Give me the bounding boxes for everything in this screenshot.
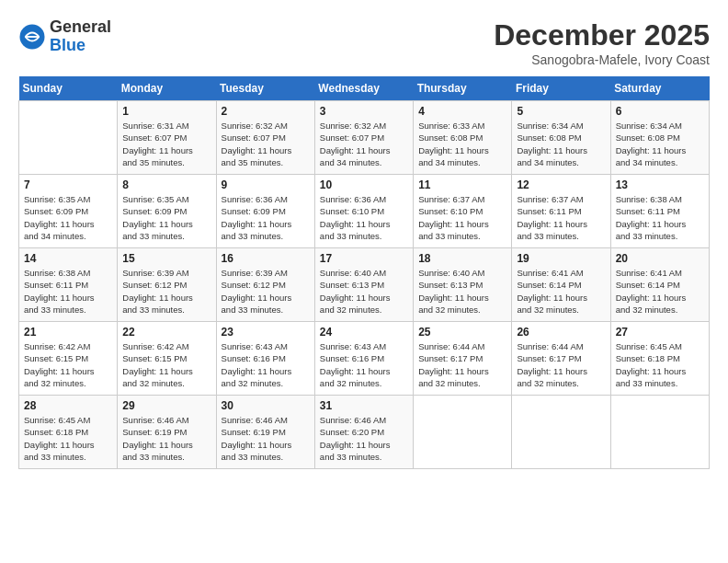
calendar-cell: [610, 396, 709, 469]
day-number: 25: [418, 326, 506, 339]
day-number: 9: [222, 178, 310, 191]
calendar-cell: 31Sunrise: 6:46 AMSunset: 6:20 PMDayligh…: [314, 396, 413, 469]
day-info: Sunrise: 6:38 AMSunset: 6:11 PMDaylight:…: [24, 267, 112, 316]
day-info: Sunrise: 6:46 AMSunset: 6:20 PMDaylight:…: [320, 414, 408, 463]
calendar-cell: 24Sunrise: 6:43 AMSunset: 6:16 PMDayligh…: [314, 322, 413, 396]
calendar-week-row: 21Sunrise: 6:42 AMSunset: 6:15 PMDayligh…: [19, 322, 710, 396]
calendar-cell: 25Sunrise: 6:44 AMSunset: 6:17 PMDayligh…: [414, 322, 512, 396]
calendar-cell: 27Sunrise: 6:45 AMSunset: 6:18 PMDayligh…: [610, 322, 709, 396]
day-number: 16: [222, 252, 310, 265]
day-number: 31: [320, 399, 408, 412]
calendar-cell: 12Sunrise: 6:37 AMSunset: 6:11 PMDayligh…: [512, 175, 610, 248]
day-number: 27: [616, 326, 704, 339]
day-number: 11: [418, 178, 506, 191]
month-title: December 2025: [494, 18, 710, 52]
day-info: Sunrise: 6:43 AMSunset: 6:16 PMDaylight:…: [222, 340, 310, 389]
day-info: Sunrise: 6:31 AMSunset: 6:07 PMDaylight:…: [122, 120, 210, 168]
day-info: Sunrise: 6:45 AMSunset: 6:18 PMDaylight:…: [616, 340, 704, 389]
day-number: 20: [616, 252, 704, 265]
calendar-cell: [414, 396, 512, 469]
header-wednesday: Wednesday: [314, 76, 413, 101]
day-info: Sunrise: 6:34 AMSunset: 6:08 PMDaylight:…: [616, 120, 704, 168]
header-monday: Monday: [118, 76, 216, 101]
calendar-week-row: 28Sunrise: 6:45 AMSunset: 6:18 PMDayligh…: [19, 396, 710, 469]
day-number: 2: [222, 105, 310, 118]
calendar-table: SundayMondayTuesdayWednesdayThursdayFrid…: [18, 76, 710, 469]
calendar-cell: 17Sunrise: 6:40 AMSunset: 6:13 PMDayligh…: [314, 248, 413, 322]
title-block: December 2025 Sanogobra-Mafele, Ivory Co…: [494, 18, 710, 67]
day-number: 28: [24, 399, 112, 412]
day-info: Sunrise: 6:39 AMSunset: 6:12 PMDaylight:…: [122, 267, 210, 316]
page-header: General Blue December 2025 Sanogobra-Maf…: [18, 18, 710, 67]
logo-blue: Blue: [50, 36, 85, 54]
calendar-cell: [19, 101, 118, 175]
calendar-cell: 26Sunrise: 6:44 AMSunset: 6:17 PMDayligh…: [512, 322, 610, 396]
calendar-cell: [512, 396, 610, 469]
calendar-cell: 23Sunrise: 6:43 AMSunset: 6:16 PMDayligh…: [216, 322, 314, 396]
calendar-cell: 6Sunrise: 6:34 AMSunset: 6:08 PMDaylight…: [610, 101, 709, 175]
logo: General Blue: [18, 18, 111, 55]
day-info: Sunrise: 6:46 AMSunset: 6:19 PMDaylight:…: [122, 414, 210, 463]
day-number: 7: [24, 178, 112, 191]
day-info: Sunrise: 6:42 AMSunset: 6:15 PMDaylight:…: [24, 340, 112, 389]
calendar-cell: 28Sunrise: 6:45 AMSunset: 6:18 PMDayligh…: [19, 396, 118, 469]
day-number: 21: [24, 326, 112, 339]
day-info: Sunrise: 6:45 AMSunset: 6:18 PMDaylight:…: [24, 414, 112, 463]
day-number: 1: [122, 105, 210, 118]
header-thursday: Thursday: [414, 76, 512, 101]
day-info: Sunrise: 6:46 AMSunset: 6:19 PMDaylight:…: [222, 414, 310, 463]
calendar-cell: 11Sunrise: 6:37 AMSunset: 6:10 PMDayligh…: [414, 175, 512, 248]
day-info: Sunrise: 6:37 AMSunset: 6:10 PMDaylight:…: [418, 193, 506, 242]
calendar-cell: 8Sunrise: 6:35 AMSunset: 6:09 PMDaylight…: [118, 175, 216, 248]
day-info: Sunrise: 6:40 AMSunset: 6:13 PMDaylight:…: [320, 267, 408, 316]
header-friday: Friday: [512, 76, 610, 101]
logo-text: General Blue: [50, 18, 111, 55]
day-info: Sunrise: 6:36 AMSunset: 6:10 PMDaylight:…: [320, 193, 408, 242]
day-info: Sunrise: 6:32 AMSunset: 6:07 PMDaylight:…: [320, 120, 408, 168]
calendar-cell: 5Sunrise: 6:34 AMSunset: 6:08 PMDaylight…: [512, 101, 610, 175]
calendar-week-row: 1Sunrise: 6:31 AMSunset: 6:07 PMDaylight…: [19, 101, 710, 175]
calendar-cell: 30Sunrise: 6:46 AMSunset: 6:19 PMDayligh…: [216, 396, 314, 469]
day-info: Sunrise: 6:40 AMSunset: 6:13 PMDaylight:…: [418, 267, 506, 316]
calendar-cell: 9Sunrise: 6:36 AMSunset: 6:09 PMDaylight…: [216, 175, 314, 248]
day-info: Sunrise: 6:43 AMSunset: 6:16 PMDaylight:…: [320, 340, 408, 389]
day-number: 6: [616, 105, 704, 118]
day-info: Sunrise: 6:37 AMSunset: 6:11 PMDaylight:…: [517, 193, 605, 242]
calendar-cell: 2Sunrise: 6:32 AMSunset: 6:07 PMDaylight…: [216, 101, 314, 175]
calendar-cell: 13Sunrise: 6:38 AMSunset: 6:11 PMDayligh…: [610, 175, 709, 248]
day-number: 14: [24, 252, 112, 265]
day-info: Sunrise: 6:34 AMSunset: 6:08 PMDaylight:…: [517, 120, 605, 168]
calendar-cell: 16Sunrise: 6:39 AMSunset: 6:12 PMDayligh…: [216, 248, 314, 322]
calendar-cell: 22Sunrise: 6:42 AMSunset: 6:15 PMDayligh…: [118, 322, 216, 396]
day-info: Sunrise: 6:42 AMSunset: 6:15 PMDaylight:…: [122, 340, 210, 389]
calendar-cell: 1Sunrise: 6:31 AMSunset: 6:07 PMDaylight…: [118, 101, 216, 175]
day-number: 15: [122, 252, 210, 265]
day-number: 22: [122, 326, 210, 339]
calendar-cell: 19Sunrise: 6:41 AMSunset: 6:14 PMDayligh…: [512, 248, 610, 322]
day-info: Sunrise: 6:41 AMSunset: 6:14 PMDaylight:…: [517, 267, 605, 316]
day-info: Sunrise: 6:44 AMSunset: 6:17 PMDaylight:…: [517, 340, 605, 389]
day-info: Sunrise: 6:41 AMSunset: 6:14 PMDaylight:…: [616, 267, 704, 316]
calendar-cell: 18Sunrise: 6:40 AMSunset: 6:13 PMDayligh…: [414, 248, 512, 322]
day-number: 5: [517, 105, 605, 118]
day-number: 13: [616, 178, 704, 191]
calendar-cell: 20Sunrise: 6:41 AMSunset: 6:14 PMDayligh…: [610, 248, 709, 322]
header-saturday: Saturday: [610, 76, 709, 101]
day-number: 10: [320, 178, 408, 191]
location: Sanogobra-Mafele, Ivory Coast: [494, 52, 710, 67]
header-sunday: Sunday: [19, 76, 118, 101]
day-number: 4: [418, 105, 506, 118]
logo-icon: [18, 23, 46, 51]
calendar-cell: 3Sunrise: 6:32 AMSunset: 6:07 PMDaylight…: [314, 101, 413, 175]
day-number: 29: [122, 399, 210, 412]
calendar-week-row: 7Sunrise: 6:35 AMSunset: 6:09 PMDaylight…: [19, 175, 710, 248]
calendar-cell: 7Sunrise: 6:35 AMSunset: 6:09 PMDaylight…: [19, 175, 118, 248]
day-number: 3: [320, 105, 408, 118]
calendar-cell: 4Sunrise: 6:33 AMSunset: 6:08 PMDaylight…: [414, 101, 512, 175]
header-tuesday: Tuesday: [216, 76, 314, 101]
day-number: 23: [222, 326, 310, 339]
day-info: Sunrise: 6:35 AMSunset: 6:09 PMDaylight:…: [24, 193, 112, 242]
day-info: Sunrise: 6:44 AMSunset: 6:17 PMDaylight:…: [418, 340, 506, 389]
day-number: 18: [418, 252, 506, 265]
calendar-cell: 15Sunrise: 6:39 AMSunset: 6:12 PMDayligh…: [118, 248, 216, 322]
